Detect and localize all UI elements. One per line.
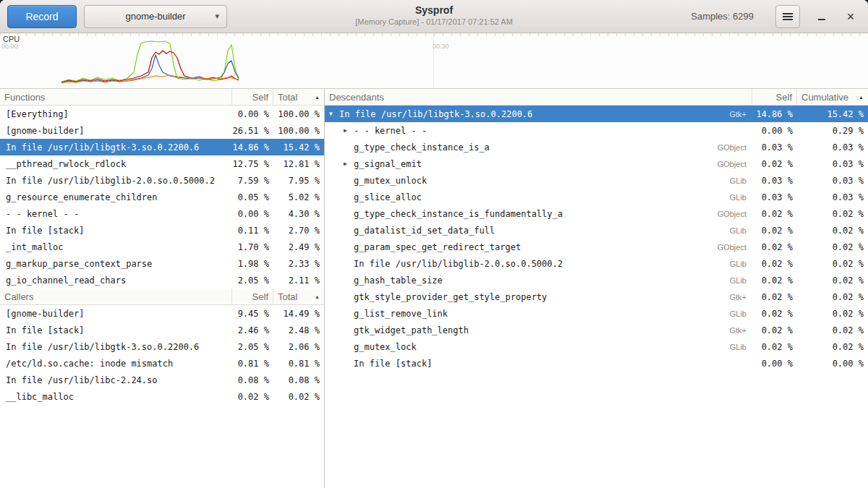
- cpu-green-line: [61, 41, 239, 82]
- self-percent: 0.02 %: [752, 342, 797, 352]
- column-header-cumulative-label: Cumulative: [801, 92, 848, 103]
- total-percent: 2.49 %: [273, 242, 324, 252]
- column-header-self[interactable]: Self: [232, 89, 273, 105]
- profile-panes: Functions Self Total ▲ [Everything]0.00 …: [0, 89, 868, 488]
- table-row[interactable]: /etc/ld.so.cache: inode mismatch0.81 %0.…: [0, 355, 324, 372]
- library-badge: GLib: [723, 260, 752, 268]
- hamburger-icon: [783, 16, 793, 17]
- function-name: g_type_check_instance_is_a: [354, 142, 490, 153]
- tree-row[interactable]: g_hash_table_sizeGLib0.02 %0.02 %: [325, 272, 868, 288]
- function-name: In file [stack]: [0, 325, 232, 335]
- column-header-descendants[interactable]: Descendants: [325, 89, 752, 105]
- descendant-name-cell: g_param_spec_get_redirect_targetGObject: [325, 242, 752, 252]
- tree-row[interactable]: g_param_spec_get_redirect_targetGObject0…: [325, 239, 868, 255]
- self-percent: 2.05 %: [232, 275, 273, 286]
- total-percent: 12.81 %: [273, 159, 324, 169]
- table-row[interactable]: In file /usr/lib/libgtk-3.so.0.2200.614.…: [0, 139, 324, 155]
- table-row[interactable]: g_io_channel_read_chars2.05 %2.11 %: [0, 272, 324, 288]
- tree-row[interactable]: gtk_style_provider_get_style_propertyGtk…: [325, 288, 868, 305]
- descendant-name-cell: g_mutex_unlockGLib: [325, 176, 752, 186]
- cpu-graph[interactable]: CPU 00:00 00:30: [0, 33, 868, 89]
- callers-list: [gnome-builder]9.45 %14.49 %In file [sta…: [0, 305, 324, 405]
- table-row[interactable]: In file [stack]0.11 %2.70 %: [0, 222, 324, 239]
- tree-row[interactable]: ▶- - kernel - -0.00 %0.29 %: [325, 122, 868, 139]
- minimize-button[interactable]: [812, 7, 832, 27]
- function-name: g_list_remove_link: [354, 309, 448, 319]
- capture-subtitle: [Memory Capture] - 01/17/2017 07:21:52 A…: [355, 17, 513, 26]
- table-row[interactable]: _int_malloc1.70 %2.49 %: [0, 239, 324, 255]
- column-header-self[interactable]: Self: [752, 89, 797, 105]
- table-row[interactable]: In file [stack]2.46 %2.48 %: [0, 322, 324, 338]
- tree-row[interactable]: g_datalist_id_set_data_fullGLib0.02 %0.0…: [325, 222, 868, 239]
- self-percent: 0.02 %: [752, 275, 797, 286]
- expander-icon[interactable]: ▶: [344, 160, 354, 167]
- table-row[interactable]: __libc_malloc0.02 %0.02 %: [0, 388, 324, 405]
- cumulative-percent: 0.02 %: [797, 209, 868, 219]
- menu-button[interactable]: [775, 5, 800, 28]
- tree-row[interactable]: gtk_widget_path_lengthGtk+0.02 %0.02 %: [325, 322, 868, 338]
- library-badge: Gtk+: [722, 110, 752, 119]
- self-percent: 0.02 %: [232, 392, 273, 402]
- tree-row[interactable]: ▶g_signal_emitGObject0.02 %0.03 %: [325, 155, 868, 172]
- sort-indicator-icon: ▲: [859, 95, 864, 100]
- table-row[interactable]: g_resource_enumerate_children0.05 %5.02 …: [0, 189, 324, 205]
- library-badge: GObject: [710, 160, 752, 168]
- table-row[interactable]: [Everything]0.00 %100.00 %: [0, 106, 324, 122]
- descendant-name-cell: ▶g_signal_emitGObject: [325, 159, 752, 169]
- tree-row[interactable]: ▼In file /usr/lib/libgtk-3.so.0.2200.6Gt…: [325, 106, 868, 122]
- self-percent: 0.02 %: [752, 226, 797, 236]
- tree-row[interactable]: g_type_check_instance_is_aGObject0.03 %0…: [325, 139, 868, 155]
- column-header-total[interactable]: Total ▲: [273, 89, 324, 105]
- total-percent: 14.49 %: [273, 309, 324, 319]
- total-percent: 0.08 %: [273, 375, 324, 385]
- table-row[interactable]: __pthread_rwlock_rdlock12.75 %12.81 %: [0, 155, 324, 172]
- function-name: In file [stack]: [354, 359, 432, 369]
- function-name: In file /usr/lib/libglib-2.0.so.0.5000.2: [0, 176, 232, 186]
- tree-row[interactable]: In file [stack]0.00 %0.00 %: [325, 355, 868, 372]
- tree-row[interactable]: g_slice_allocGLib0.03 %0.03 %: [325, 189, 868, 205]
- tree-row[interactable]: g_mutex_unlockGLib0.03 %0.03 %: [325, 172, 868, 189]
- expander-icon[interactable]: ▶: [344, 127, 354, 134]
- table-row[interactable]: [gnome-builder]26.51 %100.00 %: [0, 122, 324, 139]
- self-percent: 0.02 %: [752, 259, 797, 269]
- descendant-name-cell: g_slice_allocGLib: [325, 192, 752, 202]
- tree-row[interactable]: g_type_check_instance_is_fundamentally_a…: [325, 205, 868, 222]
- column-header-self[interactable]: Self: [232, 288, 273, 304]
- tree-row[interactable]: g_list_remove_linkGLib0.02 %0.02 %: [325, 305, 868, 322]
- cumulative-percent: 0.02 %: [797, 292, 868, 302]
- expander-icon[interactable]: ▼: [329, 111, 339, 117]
- function-name: In file [stack]: [0, 226, 232, 236]
- tree-row[interactable]: g_mutex_lockGLib0.02 %0.02 %: [325, 338, 868, 355]
- column-header-functions[interactable]: Functions: [0, 89, 232, 105]
- tree-row[interactable]: In file /usr/lib/libglib-2.0.so.0.5000.2…: [325, 255, 868, 272]
- table-row[interactable]: In file /usr/lib/libgtk-3.so.0.2200.62.0…: [0, 338, 324, 355]
- function-name: In file /usr/lib/libgtk-3.so.0.2200.6: [0, 142, 232, 153]
- table-row[interactable]: In file /usr/lib/libc-2.24.so0.08 %0.08 …: [0, 372, 324, 388]
- descendant-name-cell: ▼In file /usr/lib/libgtk-3.so.0.2200.6Gt…: [325, 109, 752, 119]
- function-name: - - kernel - -: [354, 126, 427, 136]
- self-percent: 1.70 %: [232, 242, 273, 252]
- descendant-name-cell: ▶- - kernel - -: [325, 126, 752, 136]
- record-button[interactable]: Record: [7, 5, 77, 28]
- close-icon: ×: [847, 10, 855, 23]
- table-row[interactable]: In file /usr/lib/libglib-2.0.so.0.5000.2…: [0, 172, 324, 189]
- column-header-total[interactable]: Total ▲: [273, 288, 324, 304]
- function-name: [Everything]: [0, 109, 232, 119]
- library-badge: Gtk+: [722, 326, 752, 335]
- functions-list: [Everything]0.00 %100.00 %[gnome-builder…: [0, 106, 324, 288]
- close-button[interactable]: ×: [841, 7, 861, 27]
- self-percent: 0.02 %: [752, 309, 797, 319]
- total-percent: 100.00 %: [273, 126, 324, 136]
- descendant-name-cell: g_hash_table_sizeGLib: [325, 275, 752, 286]
- library-badge: Gtk+: [722, 293, 752, 301]
- table-row[interactable]: [gnome-builder]9.45 %14.49 %: [0, 305, 324, 322]
- column-header-cumulative[interactable]: Cumulative ▲: [797, 89, 868, 105]
- column-header-callers[interactable]: Callers: [0, 288, 232, 304]
- table-row[interactable]: - - kernel - -0.00 %4.30 %: [0, 205, 324, 222]
- self-percent: 2.46 %: [232, 325, 273, 335]
- total-percent: 5.02 %: [273, 192, 324, 202]
- self-percent: 0.11 %: [232, 226, 273, 236]
- sort-indicator-icon: ▲: [315, 95, 320, 100]
- process-selector[interactable]: gnome-builder ▾: [84, 5, 227, 28]
- table-row[interactable]: g_markup_parse_context_parse1.98 %2.33 %: [0, 255, 324, 272]
